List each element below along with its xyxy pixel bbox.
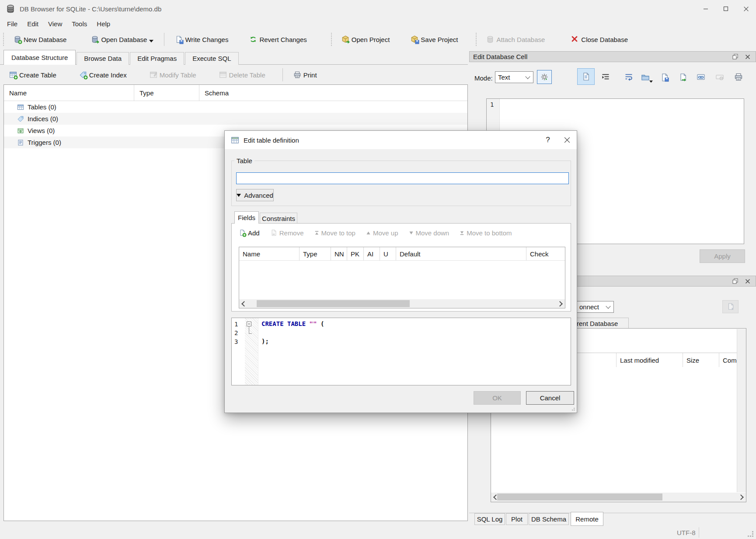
close-window-button[interactable]: [736, 0, 756, 18]
grid-column-u[interactable]: U: [380, 247, 396, 260]
maximize-button[interactable]: [716, 0, 736, 18]
remote-column-size[interactable]: Size: [683, 353, 719, 367]
align-text-button[interactable]: [600, 71, 611, 83]
tab-remote[interactable]: Remote: [571, 512, 603, 526]
menu-file[interactable]: File: [2, 19, 22, 29]
tab-browse-data[interactable]: Browse Data: [77, 52, 129, 65]
tab-execute-sql[interactable]: Execute SQL: [185, 52, 238, 65]
save-cell-button[interactable]: [658, 71, 670, 83]
fields-grid-header: Name Type NN PK AI U Default Check: [239, 247, 565, 261]
tree-item-label: Triggers (0): [28, 139, 61, 146]
index-tag-icon: [17, 116, 24, 122]
text-mode-toggle-button[interactable]: [577, 68, 595, 85]
toolbar-drag-handle: [476, 33, 477, 46]
create-index-button[interactable]: Create Index: [73, 66, 133, 84]
scrollbar-thumb[interactable]: [257, 300, 410, 307]
import-cell-button[interactable]: [639, 71, 652, 83]
add-field-icon: [239, 229, 246, 236]
menu-tools[interactable]: Tools: [67, 19, 92, 29]
write-changes-icon: [175, 35, 183, 43]
grid-column-type[interactable]: Type: [300, 247, 331, 260]
tab-edit-pragmas[interactable]: Edit Pragmas: [130, 52, 184, 65]
grid-column-ai[interactable]: AI: [364, 247, 380, 260]
app-icon: [6, 4, 15, 14]
grid-column-name[interactable]: Name: [239, 247, 300, 260]
cancel-button[interactable]: Cancel: [526, 391, 574, 405]
grid-column-default[interactable]: Default: [396, 247, 526, 260]
tab-sql-log[interactable]: SQL Log: [474, 513, 505, 525]
tree-column-schema[interactable]: Schema: [199, 85, 467, 101]
minimize-button[interactable]: [696, 0, 716, 18]
write-changes-button[interactable]: Write Changes: [168, 31, 235, 48]
float-panel-button[interactable]: [732, 54, 738, 60]
fields-grid: Name Type NN PK AI U Default Check: [239, 247, 565, 308]
maximize-icon: [723, 6, 728, 11]
menu-edit[interactable]: Edit: [22, 19, 43, 29]
add-field-button[interactable]: Add: [239, 229, 260, 237]
word-wrap-button[interactable]: [623, 71, 634, 83]
export-cell-button[interactable]: [677, 71, 688, 83]
advanced-label: Advanced: [244, 192, 273, 199]
sql-preview-editor[interactable]: 1 2 3 CREATE TABLE "" ( );: [231, 318, 571, 385]
new-database-button[interactable]: New Database: [7, 31, 73, 48]
tab-plot[interactable]: Plot: [506, 513, 528, 525]
delete-table-icon: [219, 71, 227, 79]
tab-fields[interactable]: Fields: [234, 211, 259, 224]
close-panel-button[interactable]: [745, 279, 750, 284]
close-database-button[interactable]: Close Database: [564, 31, 634, 48]
tree-row-indices[interactable]: Indices (0): [4, 113, 467, 125]
menu-help[interactable]: Help: [92, 19, 115, 29]
modify-table-button: Modify Table: [143, 66, 203, 84]
print-button[interactable]: Print: [287, 66, 324, 84]
gear-icon: [540, 73, 548, 81]
move-up-icon: [366, 231, 371, 235]
table-icon: [231, 136, 239, 144]
main-tab-bar: Database Structure Browse Data Edit Prag…: [3, 50, 240, 65]
window-title: DB Browser for SQLite - C:\Users\turne\d…: [20, 5, 161, 13]
grid-column-nn[interactable]: NN: [331, 247, 347, 260]
fold-collapse-icon[interactable]: [247, 322, 251, 326]
dialog-resize-grip[interactable]: [570, 406, 575, 411]
grid-column-pk[interactable]: PK: [347, 247, 364, 260]
advanced-toggle-button[interactable]: Advanced: [236, 189, 274, 201]
save-project-button[interactable]: Save Project: [404, 31, 464, 48]
remote-identity-select[interactable]: onnect: [576, 301, 614, 313]
scroll-left-icon[interactable]: [239, 299, 248, 308]
open-project-button[interactable]: Open Project: [335, 31, 397, 48]
tab-constraints[interactable]: Constraints: [260, 213, 297, 224]
float-panel-button[interactable]: [732, 278, 738, 284]
tree-row-tables[interactable]: Tables (0): [4, 101, 467, 113]
window-resize-grip[interactable]: [748, 531, 754, 537]
close-panel-button[interactable]: [745, 54, 750, 60]
scroll-right-icon[interactable]: [737, 493, 746, 502]
scroll-right-icon[interactable]: [556, 299, 565, 308]
remote-list-hscrollbar[interactable]: [491, 493, 746, 502]
word-wrap-icon: [624, 73, 633, 81]
scrollbar-thumb[interactable]: [497, 494, 662, 500]
create-table-button[interactable]: Create Table: [3, 66, 63, 84]
tree-column-type[interactable]: Type: [134, 85, 199, 101]
dialog-help-button[interactable]: ?: [538, 131, 557, 149]
chevron-down-icon: [606, 304, 610, 308]
open-in-browser-button[interactable]: [695, 71, 707, 83]
menu-view[interactable]: View: [43, 19, 67, 29]
auto-mode-button[interactable]: [537, 70, 552, 84]
dialog-close-button[interactable]: [557, 131, 577, 149]
remote-column-last-modified[interactable]: Last modified: [616, 353, 683, 367]
open-database-button[interactable]: Open Database: [84, 31, 160, 48]
table-name-input[interactable]: [236, 172, 569, 184]
revert-changes-button[interactable]: Revert Changes: [243, 31, 313, 48]
grid-column-check[interactable]: Check: [526, 247, 565, 260]
tab-current-database[interactable]: rent Database: [573, 318, 629, 329]
tab-db-schema[interactable]: DB Schema: [529, 513, 569, 525]
fields-tab-panel: Add Remove Move to top Move up: [231, 223, 571, 312]
open-database-dropdown-icon[interactable]: [149, 40, 153, 45]
fields-grid-hscrollbar[interactable]: [239, 299, 565, 308]
tab-database-structure[interactable]: Database Structure: [3, 50, 76, 65]
mode-select[interactable]: Text: [495, 71, 533, 83]
tree-column-name[interactable]: Name: [4, 85, 134, 101]
remote-list-vscrollbar[interactable]: [737, 329, 746, 492]
print-cell-button[interactable]: [733, 71, 744, 83]
close-database-label: Close Database: [581, 36, 628, 43]
sql-line-1: CREATE TABLE "" (: [261, 320, 324, 327]
